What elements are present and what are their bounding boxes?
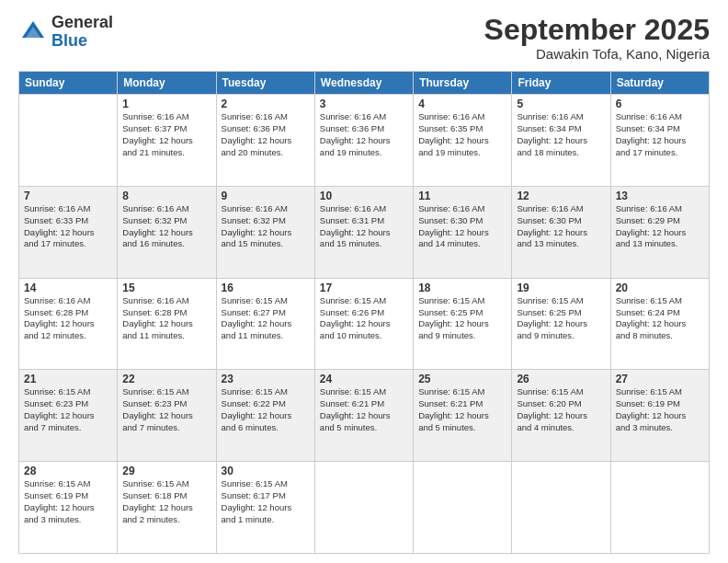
calendar-week-row: 14Sunrise: 6:16 AM Sunset: 6:28 PM Dayli…: [19, 278, 710, 370]
day-info: Sunrise: 6:15 AM Sunset: 6:23 PM Dayligh…: [24, 386, 112, 433]
calendar-cell: 5Sunrise: 6:16 AM Sunset: 6:34 PM Daylig…: [512, 95, 610, 187]
day-info: Sunrise: 6:15 AM Sunset: 6:20 PM Dayligh…: [517, 386, 605, 433]
day-number: 6: [616, 98, 704, 110]
day-info: Sunrise: 6:16 AM Sunset: 6:36 PM Dayligh…: [320, 111, 408, 158]
calendar-cell: 16Sunrise: 6:15 AM Sunset: 6:27 PM Dayli…: [216, 278, 314, 370]
day-info: Sunrise: 6:16 AM Sunset: 6:30 PM Dayligh…: [517, 203, 605, 250]
calendar-cell: 13Sunrise: 6:16 AM Sunset: 6:29 PM Dayli…: [610, 186, 709, 278]
day-number: 9: [222, 190, 310, 202]
day-info: Sunrise: 6:16 AM Sunset: 6:34 PM Dayligh…: [616, 111, 704, 158]
day-info: Sunrise: 6:16 AM Sunset: 6:33 PM Dayligh…: [24, 203, 112, 250]
day-number: 2: [222, 98, 310, 110]
day-info: Sunrise: 6:15 AM Sunset: 6:18 PM Dayligh…: [122, 478, 210, 525]
day-info: Sunrise: 6:15 AM Sunset: 6:17 PM Dayligh…: [222, 478, 310, 525]
day-info: Sunrise: 6:15 AM Sunset: 6:25 PM Dayligh…: [418, 295, 506, 342]
calendar-cell: 10Sunrise: 6:16 AM Sunset: 6:31 PM Dayli…: [314, 186, 413, 278]
calendar-day-header: Saturday: [610, 72, 709, 95]
calendar-day-header: Monday: [118, 72, 216, 95]
calendar-header-row: SundayMondayTuesdayWednesdayThursdayFrid…: [19, 72, 710, 95]
calendar-table: SundayMondayTuesdayWednesdayThursdayFrid…: [18, 71, 710, 554]
day-info: Sunrise: 6:16 AM Sunset: 6:31 PM Dayligh…: [320, 203, 408, 250]
day-number: 26: [517, 373, 605, 385]
calendar-cell: 30Sunrise: 6:15 AM Sunset: 6:17 PM Dayli…: [216, 462, 314, 554]
calendar-cell: 18Sunrise: 6:15 AM Sunset: 6:25 PM Dayli…: [414, 278, 512, 370]
calendar-cell: 3Sunrise: 6:16 AM Sunset: 6:36 PM Daylig…: [314, 95, 413, 187]
calendar-cell: 15Sunrise: 6:16 AM Sunset: 6:28 PM Dayli…: [118, 278, 216, 370]
day-info: Sunrise: 6:16 AM Sunset: 6:32 PM Dayligh…: [122, 203, 210, 250]
day-info: Sunrise: 6:16 AM Sunset: 6:29 PM Dayligh…: [616, 203, 704, 250]
day-info: Sunrise: 6:15 AM Sunset: 6:26 PM Dayligh…: [320, 295, 408, 342]
day-info: Sunrise: 6:16 AM Sunset: 6:28 PM Dayligh…: [122, 295, 210, 342]
calendar-week-row: 21Sunrise: 6:15 AM Sunset: 6:23 PM Dayli…: [19, 370, 710, 462]
calendar-cell: [314, 462, 413, 554]
day-info: Sunrise: 6:15 AM Sunset: 6:19 PM Dayligh…: [24, 478, 112, 525]
logo-icon: [18, 17, 48, 47]
calendar-cell: 1Sunrise: 6:16 AM Sunset: 6:37 PM Daylig…: [118, 95, 216, 187]
day-number: 27: [616, 373, 704, 385]
calendar-cell: 23Sunrise: 6:15 AM Sunset: 6:22 PM Dayli…: [216, 370, 314, 462]
day-number: 20: [616, 282, 704, 294]
calendar-cell: 8Sunrise: 6:16 AM Sunset: 6:32 PM Daylig…: [118, 186, 216, 278]
calendar-day-header: Tuesday: [216, 72, 314, 95]
day-number: 13: [616, 190, 704, 202]
day-number: 22: [122, 373, 210, 385]
day-number: 21: [24, 373, 112, 385]
day-info: Sunrise: 6:16 AM Sunset: 6:36 PM Dayligh…: [222, 111, 310, 158]
calendar-cell: 24Sunrise: 6:15 AM Sunset: 6:21 PM Dayli…: [314, 370, 413, 462]
location-subtitle: Dawakin Tofa, Kano, Nigeria: [484, 46, 710, 62]
calendar-cell: 25Sunrise: 6:15 AM Sunset: 6:21 PM Dayli…: [414, 370, 512, 462]
day-info: Sunrise: 6:16 AM Sunset: 6:35 PM Dayligh…: [418, 111, 506, 158]
day-info: Sunrise: 6:16 AM Sunset: 6:37 PM Dayligh…: [122, 111, 210, 158]
day-number: 10: [320, 190, 408, 202]
calendar-cell: 12Sunrise: 6:16 AM Sunset: 6:30 PM Dayli…: [512, 186, 610, 278]
calendar-cell: 2Sunrise: 6:16 AM Sunset: 6:36 PM Daylig…: [216, 95, 314, 187]
day-info: Sunrise: 6:15 AM Sunset: 6:22 PM Dayligh…: [222, 386, 310, 433]
day-info: Sunrise: 6:15 AM Sunset: 6:25 PM Dayligh…: [517, 295, 605, 342]
logo-general-text: General: [51, 14, 113, 32]
day-number: 8: [122, 190, 210, 202]
day-number: 3: [320, 98, 408, 110]
calendar-cell: 17Sunrise: 6:15 AM Sunset: 6:26 PM Dayli…: [314, 278, 413, 370]
day-info: Sunrise: 6:16 AM Sunset: 6:28 PM Dayligh…: [24, 295, 112, 342]
calendar-cell: [610, 462, 709, 554]
day-number: 16: [222, 282, 310, 294]
calendar-cell: 29Sunrise: 6:15 AM Sunset: 6:18 PM Dayli…: [118, 462, 216, 554]
calendar-cell: [414, 462, 512, 554]
logo-blue-text: Blue: [51, 32, 113, 51]
calendar-cell: 21Sunrise: 6:15 AM Sunset: 6:23 PM Dayli…: [19, 370, 118, 462]
calendar-week-row: 1Sunrise: 6:16 AM Sunset: 6:37 PM Daylig…: [19, 95, 710, 187]
day-number: 15: [122, 282, 210, 294]
day-info: Sunrise: 6:15 AM Sunset: 6:27 PM Dayligh…: [222, 295, 310, 342]
calendar-day-header: Friday: [512, 72, 610, 95]
day-number: 23: [222, 373, 310, 385]
day-number: 1: [122, 98, 210, 110]
calendar-week-row: 28Sunrise: 6:15 AM Sunset: 6:19 PM Dayli…: [19, 462, 710, 554]
title-block: September 2025 Dawakin Tofa, Kano, Niger…: [484, 14, 710, 62]
day-number: 11: [418, 190, 506, 202]
calendar-cell: 26Sunrise: 6:15 AM Sunset: 6:20 PM Dayli…: [512, 370, 610, 462]
calendar-day-header: Wednesday: [314, 72, 413, 95]
page: General Blue September 2025 Dawakin Tofa…: [0, 0, 728, 563]
day-info: Sunrise: 6:16 AM Sunset: 6:32 PM Dayligh…: [222, 203, 310, 250]
day-info: Sunrise: 6:15 AM Sunset: 6:21 PM Dayligh…: [418, 386, 506, 433]
calendar-cell: [512, 462, 610, 554]
day-number: 5: [517, 98, 605, 110]
calendar-cell: 7Sunrise: 6:16 AM Sunset: 6:33 PM Daylig…: [19, 186, 118, 278]
calendar-week-row: 7Sunrise: 6:16 AM Sunset: 6:33 PM Daylig…: [19, 186, 710, 278]
day-info: Sunrise: 6:15 AM Sunset: 6:19 PM Dayligh…: [616, 386, 704, 433]
month-title: September 2025: [484, 14, 710, 46]
calendar-cell: 27Sunrise: 6:15 AM Sunset: 6:19 PM Dayli…: [610, 370, 709, 462]
day-info: Sunrise: 6:15 AM Sunset: 6:21 PM Dayligh…: [320, 386, 408, 433]
calendar-day-header: Thursday: [414, 72, 512, 95]
calendar-cell: 11Sunrise: 6:16 AM Sunset: 6:30 PM Dayli…: [414, 186, 512, 278]
day-number: 18: [418, 282, 506, 294]
day-number: 19: [517, 282, 605, 294]
calendar-cell: 19Sunrise: 6:15 AM Sunset: 6:25 PM Dayli…: [512, 278, 610, 370]
calendar-cell: 22Sunrise: 6:15 AM Sunset: 6:23 PM Dayli…: [118, 370, 216, 462]
day-number: 29: [122, 465, 210, 477]
day-number: 14: [24, 282, 112, 294]
day-number: 12: [517, 190, 605, 202]
calendar-cell: 28Sunrise: 6:15 AM Sunset: 6:19 PM Dayli…: [19, 462, 118, 554]
day-info: Sunrise: 6:16 AM Sunset: 6:30 PM Dayligh…: [418, 203, 506, 250]
calendar-cell: [19, 95, 118, 187]
